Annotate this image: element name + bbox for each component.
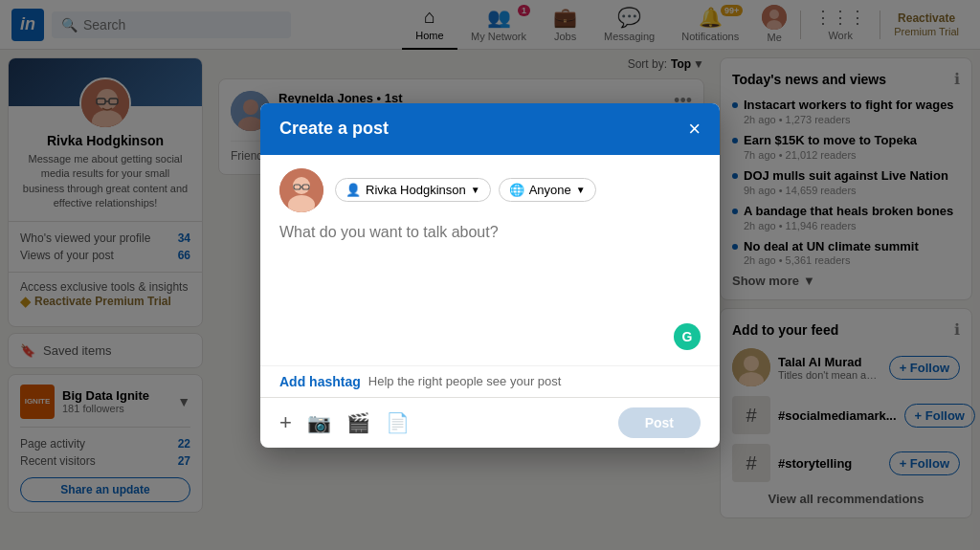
- video-icon[interactable]: 🎬: [346, 411, 370, 434]
- modal-hashtag-row: Add hashtag Help the right people see yo…: [260, 365, 720, 397]
- modal-textarea-wrap: G: [260, 212, 720, 365]
- photo-icon[interactable]: 📷: [307, 411, 331, 434]
- modal-overlay[interactable]: Create a post × 👤 Rivka Hodgkinson: [0, 0, 980, 550]
- modal-user-row: 👤 Rivka Hodgkinson ▼ 🌐 Anyone ▼: [260, 155, 720, 212]
- post-button[interactable]: Post: [618, 407, 701, 438]
- add-icon[interactable]: +: [279, 410, 292, 435]
- modal-dropdowns: 👤 Rivka Hodgkinson ▼ 🌐 Anyone ▼: [335, 178, 596, 202]
- modal-close-button[interactable]: ×: [688, 119, 701, 140]
- user-icon: 👤: [345, 183, 361, 197]
- hashtag-help: Help the right people see your post: [368, 374, 562, 388]
- add-hashtag-button[interactable]: Add hashtag: [279, 374, 361, 389]
- modal-header: Create a post ×: [260, 103, 720, 155]
- post-textarea[interactable]: [279, 224, 701, 348]
- create-post-modal: Create a post × 👤 Rivka Hodgkinson: [260, 103, 720, 448]
- modal-toolbar: + 📷 🎬 📄 Post: [260, 397, 720, 448]
- audience-dropdown[interactable]: 🌐 Anyone ▼: [499, 178, 596, 202]
- globe-icon: 🌐: [509, 183, 524, 197]
- svg-point-16: [293, 177, 310, 194]
- dropdown-chevron: ▼: [471, 185, 480, 195]
- grammarly-icon: G: [674, 323, 701, 350]
- document-icon[interactable]: 📄: [386, 411, 410, 434]
- audience-chevron: ▼: [576, 185, 586, 195]
- modal-title: Create a post: [279, 119, 389, 139]
- user-dropdown[interactable]: 👤 Rivka Hodgkinson ▼: [335, 178, 491, 202]
- modal-avatar: [279, 168, 323, 212]
